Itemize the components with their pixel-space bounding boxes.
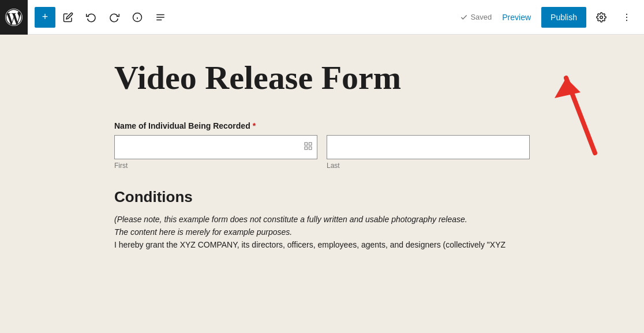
svg-marker-11 [555,78,581,98]
list-view-icon [155,12,166,23]
conditions-line1: (Please note, this example form does not… [114,213,530,226]
conditions-line3: I hereby grant the XYZ COMPANY, its dire… [114,238,530,251]
info-button[interactable] [127,7,148,28]
redo-icon [109,12,119,23]
name-fields [114,135,530,159]
svg-point-8 [626,16,627,17]
undo-button[interactable] [81,7,102,28]
first-name-input[interactable] [114,135,317,159]
conditions-section: Conditions (Please note, this example fo… [114,188,530,252]
page-title: Video Release Form [114,58,530,98]
conditions-text: (Please note, this example form does not… [114,213,530,252]
wp-logo[interactable] [0,0,28,35]
checkmark-icon [460,13,468,21]
first-sublabel: First [114,162,317,170]
preview-button[interactable]: Preview [496,9,537,25]
svg-line-10 [566,78,595,153]
svg-point-7 [626,13,627,14]
conditions-line2: The content here is merely for example p… [114,226,530,238]
wordpress-logo-icon [5,9,23,26]
toolbar: + [0,0,644,35]
list-view-button[interactable] [150,7,171,28]
conditions-title: Conditions [114,188,530,206]
last-sublabel: Last [327,162,530,170]
more-options-button[interactable] [616,7,637,28]
editor-content: Video Release Form Name of Individual Be… [114,58,530,310]
settings-icon [596,12,606,23]
add-block-button[interactable]: + [35,7,55,28]
editor-area: Video Release Form Name of Individual Be… [0,35,644,333]
red-arrow-annotation [549,66,612,159]
svg-point-9 [626,20,627,21]
last-name-wrapper [327,135,530,159]
svg-point-6 [600,16,603,18]
info-icon [132,12,143,23]
settings-button[interactable] [591,7,612,28]
last-name-input[interactable] [327,135,530,159]
toolbar-right: Saved Preview Publish [460,7,637,28]
required-star: * [253,121,256,130]
form-section: Name of Individual Being Recorded * [114,121,530,170]
edit-button[interactable] [58,7,78,28]
more-options-icon [621,12,632,23]
saved-label: Saved [470,13,492,21]
redo-button[interactable] [104,7,125,28]
name-sublabels: First Last [114,162,530,170]
publish-button[interactable]: Publish [541,7,586,28]
pen-icon [63,12,73,23]
name-label-text: Name of Individual Being Recorded [114,121,250,130]
first-name-wrapper [114,135,317,159]
undo-icon [86,12,96,23]
name-field-label: Name of Individual Being Recorded * [114,121,530,130]
saved-indicator: Saved [460,13,492,21]
